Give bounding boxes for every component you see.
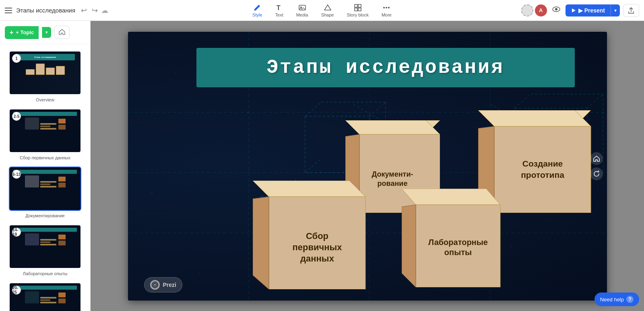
style-label: Style bbox=[252, 12, 262, 17]
need-help-icon: ? bbox=[626, 296, 634, 303]
cube-lab-svg: Лабораторные опыты bbox=[402, 189, 510, 287]
slide-item-dok[interactable]: 6-13 Документирование bbox=[0, 163, 90, 221]
slide-title-banner: Этапы исследования bbox=[196, 48, 575, 87]
svg-text:опыты: опыты bbox=[444, 248, 471, 257]
svg-marker-56 bbox=[253, 197, 269, 289]
shape-icon bbox=[324, 4, 332, 12]
box-lab: Лабораторные опыты bbox=[402, 189, 510, 289]
add-topic-label: + Topic bbox=[16, 29, 34, 35]
svg-rect-1 bbox=[299, 5, 305, 10]
slide-badge-sbor: 2-5 bbox=[12, 112, 21, 121]
svg-text:прототипа: прототипа bbox=[521, 170, 564, 179]
header-left: Этапы исследования ↩ ↪ ☁ bbox=[5, 4, 108, 16]
share-icon bbox=[627, 7, 635, 14]
slide-label-sbor: Сбор первичных данных bbox=[20, 155, 70, 160]
svg-rect-7 bbox=[358, 8, 361, 11]
prezi-text: Prezi bbox=[163, 282, 176, 288]
undo-button[interactable]: ↩ bbox=[79, 4, 89, 16]
media-icon bbox=[298, 4, 306, 12]
prezi-logo bbox=[150, 280, 160, 290]
slide-label-dok: Документирование bbox=[25, 213, 64, 218]
slide-item-sbor[interactable]: 2-5 Сбор первичных данных bbox=[0, 105, 90, 163]
svg-text:Создание: Создание bbox=[522, 159, 562, 168]
svg-point-12 bbox=[555, 8, 557, 10]
sidebar-top: + + Topic ▾ bbox=[0, 21, 90, 44]
style-icon bbox=[253, 4, 261, 12]
slide-canvas[interactable]: Этапы исследования Д bbox=[128, 32, 607, 301]
canvas-home-icon bbox=[593, 155, 600, 162]
present-button[interactable]: ▶ Present bbox=[566, 4, 611, 16]
svg-text:рование: рование bbox=[377, 179, 407, 187]
svg-rect-4 bbox=[355, 4, 357, 7]
svg-text:T: T bbox=[277, 4, 281, 11]
toolbar-media[interactable]: Media bbox=[291, 2, 314, 19]
slide-badge-overview: 1 bbox=[12, 54, 21, 63]
svg-point-9 bbox=[386, 7, 387, 8]
media-label: Media bbox=[296, 12, 308, 17]
slide-badge-lab: 14-19 bbox=[12, 228, 21, 237]
toolbar-more[interactable]: More bbox=[376, 2, 397, 19]
home-button[interactable] bbox=[54, 26, 70, 39]
toolbar-storyblock[interactable]: Story block bbox=[341, 2, 374, 19]
toolbar-style[interactable]: Style bbox=[247, 2, 268, 19]
svg-marker-51 bbox=[478, 110, 591, 126]
menu-icon[interactable] bbox=[5, 8, 12, 13]
present-label: ▶ Present bbox=[578, 7, 605, 14]
add-topic-button[interactable]: + + Topic bbox=[5, 26, 39, 39]
slide-title-text: Этапы исследования bbox=[266, 57, 504, 78]
app-title: Этапы исследования bbox=[16, 7, 75, 14]
slide-list: Этапы исследования 1 Overview bbox=[0, 44, 90, 311]
slide-label-overview: Overview bbox=[36, 97, 54, 102]
home-icon bbox=[59, 29, 65, 35]
svg-rect-6 bbox=[355, 8, 357, 11]
slide-item-overview[interactable]: Этапы исследования 1 Overview bbox=[0, 47, 90, 105]
share-button[interactable] bbox=[623, 4, 639, 17]
redo-button[interactable]: ↪ bbox=[90, 4, 99, 16]
slide-thumb-sbor: 2-5 bbox=[9, 109, 81, 153]
avatar-group: A bbox=[521, 4, 547, 16]
eye-icon bbox=[552, 6, 561, 13]
canvas-refresh-icon bbox=[593, 171, 600, 177]
history-controls: ↩ ↪ ☁ bbox=[79, 4, 108, 16]
storyblock-label: Story block bbox=[347, 12, 368, 17]
svg-point-67 bbox=[154, 284, 156, 286]
slide-badge-proto: 20-25 bbox=[12, 286, 21, 295]
add-topic-dropdown-button[interactable]: ▾ bbox=[42, 27, 51, 38]
slide-thumb-lab: 14-19 bbox=[9, 224, 81, 269]
need-help-button[interactable]: Need help ? bbox=[594, 292, 639, 306]
canvas-home-button[interactable] bbox=[590, 152, 603, 165]
svg-marker-54 bbox=[253, 181, 365, 197]
canvas-area: Этапы исследования Д bbox=[91, 21, 644, 311]
svg-rect-5 bbox=[358, 4, 361, 7]
svg-marker-62 bbox=[402, 205, 416, 287]
text-label: Text bbox=[275, 12, 283, 17]
toolbar-text[interactable]: T Text bbox=[270, 2, 289, 19]
slide-item-lab[interactable]: 14-19 Лабораторные опыты bbox=[0, 221, 90, 279]
sidebar: + + Topic ▾ Этапы исследования bbox=[0, 21, 91, 311]
present-button-group: ▶ Present ▾ bbox=[566, 4, 620, 16]
present-dropdown-button[interactable]: ▾ bbox=[611, 4, 620, 16]
slide-thumb-proto: 20-25 bbox=[9, 282, 81, 311]
svg-point-8 bbox=[383, 7, 385, 8]
svg-text:первичных: первичных bbox=[292, 242, 342, 252]
cloud-icon: ☁ bbox=[101, 6, 108, 15]
cube-sbor-svg: Сбор первичных данных bbox=[253, 181, 369, 289]
need-help-label: Need help bbox=[600, 297, 624, 303]
canvas-refresh-button[interactable] bbox=[590, 167, 603, 180]
svg-marker-44 bbox=[345, 120, 440, 134]
more-label: More bbox=[382, 12, 392, 17]
toolbar-shape[interactable]: Shape bbox=[316, 2, 340, 19]
svg-text:Сбор: Сбор bbox=[305, 231, 328, 241]
box-sbor: Сбор первичных данных bbox=[253, 181, 369, 291]
slide-badge-dok: 6-13 bbox=[12, 170, 21, 179]
slide-item-proto[interactable]: 20-25 Создание прототипа bbox=[0, 279, 90, 311]
shape-label: Shape bbox=[321, 12, 334, 17]
storyblock-icon bbox=[354, 4, 362, 12]
svg-point-10 bbox=[388, 7, 390, 8]
svg-marker-3 bbox=[324, 5, 331, 10]
slide-label-lab: Лабораторные опыты bbox=[23, 271, 68, 276]
play-icon bbox=[571, 8, 576, 13]
eye-button[interactable] bbox=[550, 4, 562, 16]
slide-thumb-dok: 6-13 bbox=[9, 167, 81, 211]
more-icon bbox=[382, 4, 390, 12]
